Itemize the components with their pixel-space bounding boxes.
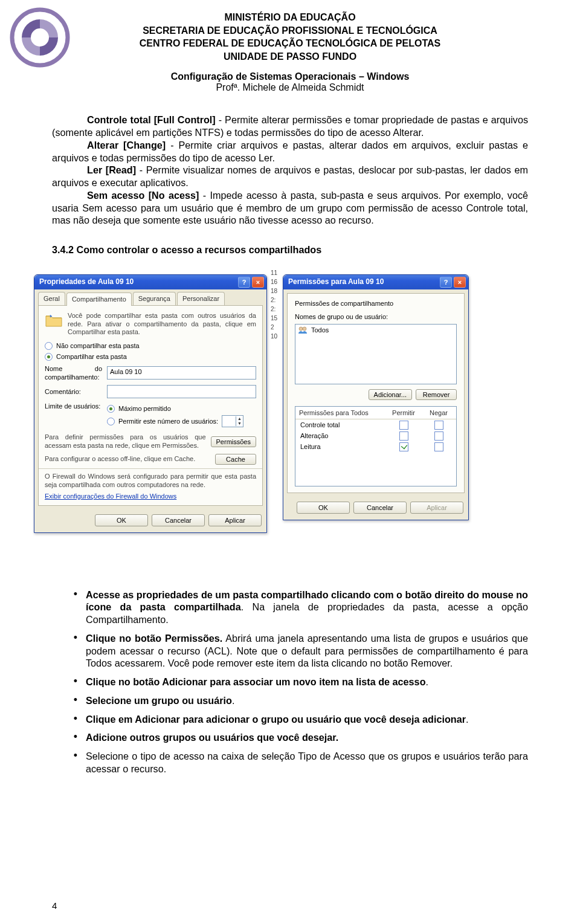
bullet-icon: • xyxy=(65,676,86,688)
firewall-settings-link[interactable]: Exibir configurações do Firewall do Wind… xyxy=(45,492,256,500)
allow-checkbox[interactable] xyxy=(399,442,408,451)
tab-geral[interactable]: Geral xyxy=(38,292,65,305)
remove-button[interactable]: Remover xyxy=(416,389,457,400)
cefet-logo xyxy=(10,7,70,68)
group-box-label: Permissões de compartilhamento xyxy=(295,300,457,308)
firewall-note: O Firewall do Windows será configurado p… xyxy=(45,473,256,489)
term-no-access: Sem acesso [No acess] xyxy=(87,190,199,201)
window-title: Propriedades de Aula 09 10 xyxy=(39,277,236,286)
close-button[interactable]: × xyxy=(252,277,264,288)
group-icon xyxy=(298,326,308,334)
page: MINISTÉRIO DA EDUCAÇÃO SECRETARIA DE EDU… xyxy=(0,0,580,924)
radio-max-allowed[interactable]: Máximo permitido xyxy=(107,404,256,413)
background-list-fragment: 11 16 18 2: 2: 15 2 10 xyxy=(271,268,277,341)
allow-header: Permitir xyxy=(386,407,421,419)
comment-input[interactable] xyxy=(107,385,256,398)
tab-seguranca[interactable]: Segurança xyxy=(133,292,176,305)
allow-checkbox[interactable] xyxy=(399,421,408,430)
term-read: Ler [Read] xyxy=(87,164,136,175)
apply-button[interactable]: Aplicar xyxy=(208,514,262,526)
radio-share[interactable]: Compartilhar esta pasta xyxy=(45,352,256,361)
add-button[interactable]: Adicionar... xyxy=(369,389,412,400)
term-change: Alterar [Change] xyxy=(87,140,166,150)
share-name-input[interactable]: Aula 09 10 xyxy=(107,366,256,380)
share-name-label: Nome do compartilhamento: xyxy=(45,364,102,381)
list-item-label: Todos xyxy=(311,326,329,334)
titlebar[interactable]: Permissões para Aula 09 10 ? × xyxy=(283,275,468,289)
cancel-button[interactable]: Cancelar xyxy=(353,502,407,514)
course-title: Configuração de Sistemas Operacionais – … xyxy=(52,71,528,82)
radio-allow-number[interactable]: Permitir este número de usuários: ▲▼ xyxy=(107,415,256,427)
tab-compartilhamento[interactable]: Compartilhamento xyxy=(66,292,132,306)
allow-checkbox[interactable] xyxy=(399,431,408,441)
properties-window: Propriedades de Aula 09 10 ? × Geral Com… xyxy=(34,274,267,533)
perm-row: Leitura xyxy=(295,441,456,452)
permissions-grid: Permissões para Todos Permitir Negar Con… xyxy=(295,406,457,486)
perm-row: Controle total xyxy=(295,419,456,430)
header-line-2: SECRETARIA DE EDUCAÇÃO PROFISSIONAL E TE… xyxy=(52,24,528,37)
header-line-4: UNIDADE DE PASSO FUNDO xyxy=(52,50,528,63)
doc-header: MINISTÉRIO DA EDUCAÇÃO SECRETARIA DE EDU… xyxy=(52,11,528,63)
perms-for-label: Permissões para Todos xyxy=(295,407,386,419)
perm-row: Alteração xyxy=(295,430,456,441)
deny-checkbox[interactable] xyxy=(434,442,443,451)
bullet-icon: • xyxy=(65,713,86,726)
permissions-button[interactable]: Permissões xyxy=(211,436,256,447)
user-count-stepper[interactable]: ▲▼ xyxy=(222,415,243,427)
term-full-control: Controle total [Full Control] xyxy=(87,114,216,125)
cancel-button[interactable]: Cancelar xyxy=(152,514,205,526)
radio-no-share[interactable]: Não compartilhar esta pasta xyxy=(45,341,256,350)
close-button[interactable]: × xyxy=(454,277,466,288)
body-text: Controle total [Full Control] - Permite … xyxy=(52,114,528,775)
professor-line: Profª. Michele de Almeida Schmidt xyxy=(52,82,528,93)
page-number: 4 xyxy=(52,900,57,911)
header-line-3: CENTRO FEDERAL DE EDUCAÇÃO TECNOLÓGICA D… xyxy=(52,37,528,50)
tab-strip: Geral Compartilhamento Segurança Persona… xyxy=(34,289,266,305)
user-listbox[interactable]: Todos xyxy=(295,324,457,384)
doc-subhead: Configuração de Sistemas Operacionais – … xyxy=(52,71,528,93)
ok-button[interactable]: OK xyxy=(297,502,350,514)
screenshot-area: 11 16 18 2: 2: 15 2 10 Propriedades de A… xyxy=(34,268,469,577)
tab-personalizar[interactable]: Personalizar xyxy=(177,292,225,305)
deny-header: Negar xyxy=(421,407,456,419)
names-label: Nomes de grupo ou de usuário: xyxy=(295,312,457,321)
bullet-icon: • xyxy=(65,589,86,626)
section-heading: 3.4.2 Como controlar o acesso a recursos… xyxy=(52,244,528,256)
deny-checkbox[interactable] xyxy=(434,421,443,430)
svg-point-1 xyxy=(299,327,303,331)
permissions-window: Permissões para Aula 09 10 ? × Permissõe… xyxy=(283,274,469,520)
shared-folder-icon xyxy=(45,312,63,329)
bullet-icon: • xyxy=(65,750,86,775)
bullet-icon: • xyxy=(65,731,86,744)
share-description: Você pode compartilhar esta pasta com ou… xyxy=(68,312,256,337)
ok-button[interactable]: OK xyxy=(95,514,148,526)
header-line-1: MINISTÉRIO DA EDUCAÇÃO xyxy=(52,11,528,24)
svg-point-0 xyxy=(12,10,68,65)
instruction-list: •Acesse as propriedades de um pasta comp… xyxy=(65,589,528,775)
cache-hint: Para configurar o acesso off-line, cliqu… xyxy=(45,455,210,464)
bullet-icon: • xyxy=(65,694,86,707)
window-title: Permissões para Aula 09 10 xyxy=(288,277,438,286)
cache-button[interactable]: Cache xyxy=(215,454,256,465)
list-item[interactable]: Todos xyxy=(295,325,456,335)
help-button[interactable]: ? xyxy=(440,277,452,288)
help-button[interactable]: ? xyxy=(238,277,250,288)
perm-hint: Para definir permissões para os usuários… xyxy=(45,433,206,450)
bullet-icon: • xyxy=(65,632,86,670)
user-limit-label: Limite de usuários: xyxy=(45,402,102,410)
deny-checkbox[interactable] xyxy=(434,431,443,441)
comment-label: Comentário: xyxy=(45,387,102,396)
svg-point-2 xyxy=(303,327,306,331)
apply-button[interactable]: Aplicar xyxy=(410,502,463,514)
titlebar[interactable]: Propriedades de Aula 09 10 ? × xyxy=(34,275,266,289)
